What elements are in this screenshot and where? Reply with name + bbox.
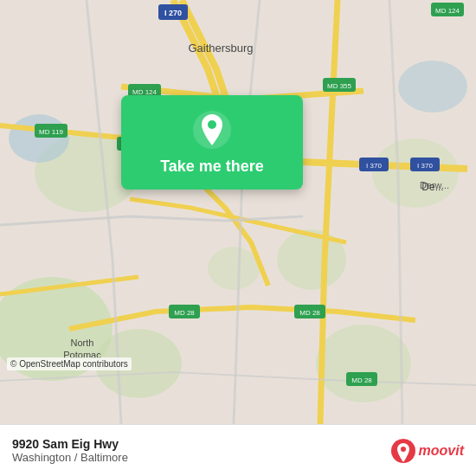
svg-text:MD 124: MD 124 bbox=[435, 7, 460, 15]
moovit-text: moovit bbox=[419, 443, 464, 459]
svg-text:I 370: I 370 bbox=[417, 162, 433, 170]
take-me-there-button[interactable]: Take me there bbox=[121, 95, 303, 190]
svg-point-8 bbox=[9, 114, 69, 163]
svg-point-38 bbox=[208, 120, 216, 129]
svg-text:MD 28: MD 28 bbox=[299, 309, 320, 317]
moovit-logo-icon bbox=[391, 439, 415, 463]
svg-text:Derw...: Derw... bbox=[420, 180, 449, 190]
footer-bar: 9920 Sam Eig Hwy Washington / Baltimore … bbox=[0, 424, 476, 476]
svg-point-7 bbox=[372, 138, 459, 208]
svg-point-40 bbox=[401, 447, 406, 452]
svg-text:MD 28: MD 28 bbox=[351, 376, 372, 384]
svg-text:MD 119: MD 119 bbox=[39, 128, 64, 136]
svg-text:Gaithersburg: Gaithersburg bbox=[188, 42, 253, 55]
footer-address-block: 9920 Sam Eig Hwy Washington / Baltimore bbox=[12, 437, 128, 464]
svg-text:I 370: I 370 bbox=[366, 162, 382, 170]
svg-text:MD 28: MD 28 bbox=[174, 309, 195, 317]
svg-text:MD 355: MD 355 bbox=[327, 82, 352, 90]
moovit-logo: moovit bbox=[391, 439, 464, 463]
location-pin-icon bbox=[193, 111, 231, 149]
svg-text:North: North bbox=[71, 338, 94, 348]
address-text: 9920 Sam Eig Hwy bbox=[12, 437, 128, 451]
svg-point-4 bbox=[316, 325, 411, 402]
svg-text:I 270: I 270 bbox=[164, 9, 182, 17]
city-text: Washington / Baltimore bbox=[12, 451, 128, 464]
svg-point-9 bbox=[398, 61, 467, 113]
take-me-there-label: Take me there bbox=[160, 158, 264, 176]
svg-point-5 bbox=[208, 247, 260, 290]
map-container: I 270 MD 124 MD 355 I 370 MD 119 MD 119 … bbox=[0, 0, 476, 424]
osm-credit: © OpenStreetMap contributors bbox=[7, 357, 132, 370]
